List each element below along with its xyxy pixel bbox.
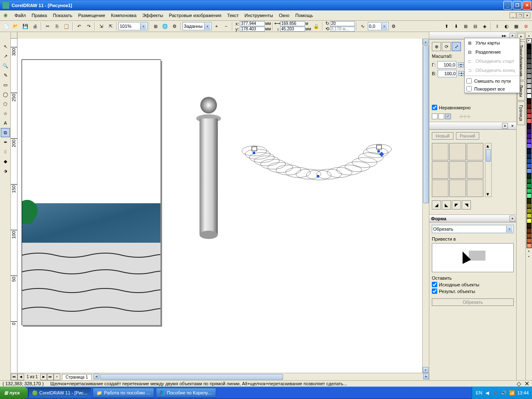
menu-layout[interactable]: Размещение — [75, 12, 108, 19]
fill-tool-icon[interactable]: ◆ — [1, 157, 10, 166]
ungroup-icon[interactable]: ⊟ — [470, 22, 480, 31]
lens-btn-2[interactable]: ◣ — [442, 200, 451, 209]
zoom-tool-icon[interactable]: 🔍 — [1, 61, 10, 70]
blend-options-icon[interactable]: ⚙ — [389, 22, 398, 31]
color-swatch[interactable] — [527, 228, 532, 233]
undo-icon[interactable]: ↶ — [74, 22, 84, 31]
menu-file[interactable]: Файл — [12, 12, 29, 19]
outline-indicator-icon[interactable]: ✕ — [525, 380, 530, 387]
last-page-icon[interactable]: ⏭ — [47, 374, 54, 380]
to-front-icon[interactable]: ⬆ — [442, 22, 451, 31]
color-swatch[interactable] — [527, 69, 532, 74]
chevron-down-icon[interactable]: ▼ — [506, 226, 512, 232]
minimize-button[interactable]: _ — [503, 1, 512, 10]
v-scale-input[interactable] — [438, 70, 457, 77]
offset-combo[interactable]: 0,0 ▼ — [368, 22, 389, 30]
menu-effects[interactable]: Эффекты — [139, 12, 166, 19]
lens-preview-grid[interactable] — [432, 143, 483, 197]
help-icon[interactable]: ⊘ — [521, 22, 530, 31]
h-input[interactable] — [280, 27, 305, 32]
color-swatch[interactable] — [527, 153, 532, 158]
color-swatch[interactable] — [527, 183, 532, 188]
source-check[interactable]: Исходные объекты — [432, 282, 514, 287]
tray-icon-3[interactable]: 🔊 — [500, 389, 507, 396]
pick-tool-icon[interactable]: ↖ — [1, 42, 10, 51]
export-icon[interactable]: ⇱ — [106, 22, 115, 31]
start-button[interactable]: ⊞ пуск — [0, 387, 27, 399]
menu-bitmaps[interactable]: Растровые изображения — [166, 12, 224, 19]
vertical-scrollbar[interactable]: ▲ ▼ — [422, 39, 429, 373]
paste-icon[interactable]: 📋 — [62, 22, 71, 31]
new-doc-icon[interactable]: 📄 — [2, 22, 11, 31]
color-swatch[interactable] — [527, 148, 532, 153]
color-swatch[interactable] — [527, 213, 532, 218]
add-page-icon[interactable]: + — [54, 374, 60, 380]
align-icon[interactable]: ⫴ — [493, 22, 502, 31]
zoom-combo[interactable]: 101% ▼ — [118, 22, 148, 30]
color-swatch[interactable] — [527, 84, 532, 89]
copy-icon[interactable]: ⎘ — [52, 22, 62, 31]
color-swatch[interactable] — [527, 193, 532, 198]
interactive-fill-icon[interactable]: ⬗ — [1, 166, 10, 175]
text-tool-icon[interactable]: A — [1, 118, 10, 128]
blend-path-icon[interactable]: ∿ — [358, 22, 367, 31]
next-page-icon[interactable]: ▶ — [40, 374, 47, 380]
transform-scale-icon[interactable]: ⤢ — [452, 42, 461, 51]
color-swatch[interactable] — [527, 143, 532, 148]
scroll-thumb[interactable] — [100, 374, 283, 380]
prev-page-icon[interactable]: ◀ — [17, 374, 24, 380]
task-word[interactable]: 📘Пособие по Корелу.... — [156, 388, 217, 398]
color-swatch[interactable] — [527, 138, 532, 143]
vertical-ruler[interactable]: 0 50 100 150 200 250 300 — [11, 39, 17, 373]
cut-icon[interactable]: ✂ — [43, 22, 52, 31]
mdi-minimize[interactable]: _ — [510, 12, 516, 18]
page-tab[interactable]: Страница 1 — [62, 374, 92, 380]
color-swatch[interactable] — [527, 44, 532, 49]
blend-path-check[interactable] — [466, 78, 472, 84]
tray-icon-2[interactable]: 🛡 — [492, 389, 499, 396]
w-input[interactable] — [280, 21, 305, 26]
color-swatch[interactable] — [527, 54, 532, 59]
color-swatch[interactable] — [527, 79, 532, 84]
color-swatch[interactable] — [527, 94, 532, 99]
color-swatch[interactable] — [527, 188, 532, 193]
color-swatch[interactable] — [527, 208, 532, 213]
lens-btn-4[interactable]: ◥ — [462, 200, 471, 209]
wrap-icon[interactable]: ▦ — [512, 22, 521, 31]
blend-tool-icon[interactable]: ⧉ — [1, 128, 10, 137]
convert-icon[interactable]: ◐ — [502, 22, 511, 31]
add-preset-icon[interactable]: + — [212, 22, 221, 31]
cylinder-object[interactable] — [192, 93, 225, 242]
fill-indicator-icon[interactable]: ◇ — [517, 380, 521, 387]
color-swatch[interactable] — [527, 218, 532, 223]
mdi-close[interactable]: ✕ — [524, 12, 530, 18]
color-swatch[interactable] — [527, 233, 532, 238]
scroll-thumb[interactable] — [423, 45, 429, 203]
color-swatch[interactable] — [527, 74, 532, 79]
outline-tool-icon[interactable]: 𝯄 — [1, 147, 10, 156]
rot2-input[interactable] — [330, 27, 355, 32]
color-swatch[interactable] — [527, 178, 532, 183]
maximize-button[interactable]: ❐ — [513, 1, 522, 10]
tray-icon-4[interactable]: 📶 — [509, 389, 515, 396]
print-icon[interactable]: 🖨 — [30, 22, 39, 31]
combine-icon[interactable]: ◈ — [480, 22, 489, 31]
horizontal-scrollbar[interactable]: ◀ ▶ — [94, 374, 429, 380]
docker-titlebar[interactable]: × × — [429, 122, 516, 130]
color-swatch[interactable] — [527, 99, 532, 103]
early-lens-button[interactable]: Ранний — [456, 132, 479, 140]
docker-close-icon[interactable]: × — [510, 123, 515, 129]
mdi-restore[interactable]: ❐ — [517, 12, 523, 18]
clock[interactable]: 13:44 — [517, 390, 529, 395]
lock-ratio-icon[interactable]: 🔒 — [312, 22, 321, 31]
task-coreldraw[interactable]: 🟢CorelDRAW 11 - [Рис... — [28, 388, 91, 398]
cm-split[interactable]: ⊟Разделение — [465, 47, 520, 57]
chevron-down-icon[interactable]: ▼ — [204, 23, 210, 30]
color-swatch[interactable] — [527, 64, 532, 69]
color-swatch[interactable] — [527, 133, 532, 138]
result-check[interactable]: Результ. объекты — [432, 288, 514, 294]
chevron-down-icon[interactable]: ▼ — [381, 23, 387, 30]
to-back-icon[interactable]: ⬇ — [451, 22, 461, 31]
color-swatch[interactable] — [527, 49, 532, 54]
new-lens-button[interactable]: Новый — [432, 132, 453, 140]
